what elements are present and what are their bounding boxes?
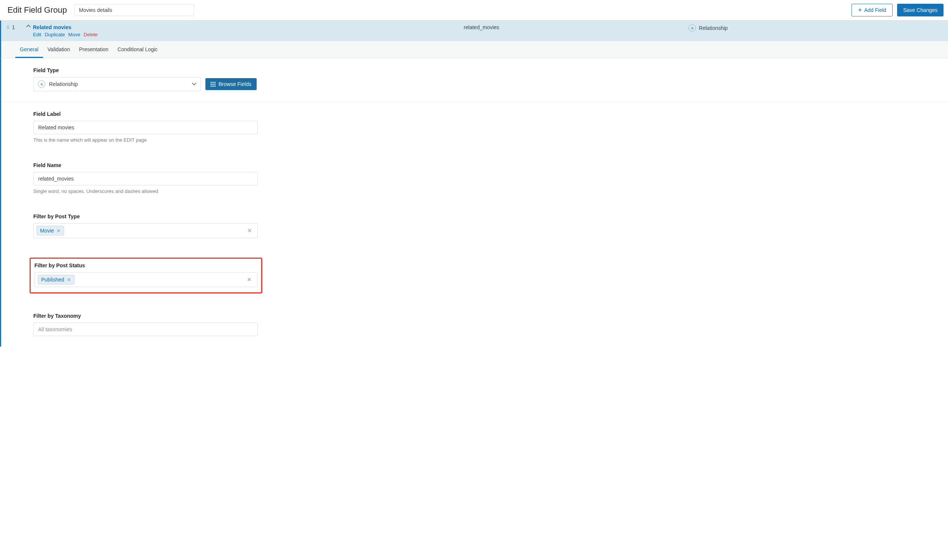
field-settings-tabs: General Validation Presentation Conditio… — [0, 41, 948, 58]
field-type-label: Field Type — [33, 67, 295, 73]
clear-select-icon[interactable]: ✕ — [245, 227, 254, 234]
filter-taxonomy-placeholder: All taxonomies — [37, 325, 74, 334]
chevron-up-icon — [26, 24, 31, 27]
tab-general[interactable]: General — [15, 41, 43, 58]
field-row: ⠿ 1 Related movies Edit Duplicate Move D… — [0, 20, 948, 41]
field-duplicate-link[interactable]: Duplicate — [45, 32, 65, 37]
add-field-button[interactable]: Add Field — [851, 4, 893, 17]
chevron-down-icon — [192, 83, 196, 86]
filter-taxonomy-label: Filter by Taxonomy — [33, 313, 295, 319]
field-name-readonly: related_movies — [464, 24, 688, 30]
field-name-input[interactable] — [33, 172, 258, 185]
field-delete-link[interactable]: Delete — [83, 32, 98, 37]
tab-presentation[interactable]: Presentation — [74, 41, 113, 58]
remove-tag-icon[interactable]: ✕ — [67, 277, 71, 283]
filter-post-type-select[interactable]: Movie ✕ ✕ — [33, 223, 258, 238]
remove-tag-icon[interactable]: ✕ — [57, 228, 61, 234]
filter-taxonomy-select[interactable]: All taxonomies — [33, 323, 258, 336]
section-field-label: Field Label This is the name which will … — [1, 102, 948, 153]
add-field-label: Add Field — [864, 7, 886, 13]
field-label-label: Field Label — [33, 111, 295, 117]
field-label-helper: This is the name which will appear on th… — [33, 137, 295, 143]
tab-conditional-logic[interactable]: Conditional Logic — [113, 41, 162, 58]
save-changes-button[interactable]: Save Changes — [897, 4, 943, 17]
group-name-input[interactable] — [74, 4, 194, 16]
field-title-link[interactable]: Related movies — [33, 24, 464, 30]
field-type-select[interactable]: Relationship — [33, 77, 201, 91]
field-label-input[interactable] — [33, 121, 258, 134]
section-filter-post-type: Filter by Post Type Movie ✕ ✕ — [1, 205, 948, 249]
grid-icon — [211, 82, 216, 87]
field-index: 1 — [12, 24, 23, 30]
section-filter-taxonomy: Filter by Taxonomy All taxonomies — [1, 304, 948, 346]
filter-post-status-select[interactable]: Published ✕ ✕ — [34, 272, 257, 287]
field-move-link[interactable]: Move — [68, 32, 80, 37]
section-field-name: Field Name Single word, no spaces. Under… — [1, 153, 948, 205]
page-title: Edit Field Group — [5, 3, 70, 17]
tab-validation[interactable]: Validation — [43, 41, 74, 58]
field-actions: Edit Duplicate Move Delete — [33, 32, 464, 37]
collapse-toggle[interactable] — [23, 24, 31, 28]
page-header: Edit Field Group Add Field Save Changes — [0, 0, 948, 20]
section-filter-post-status: Filter by Post Status Published ✕ ✕ — [1, 249, 948, 304]
filter-post-type-label: Filter by Post Type — [33, 214, 295, 220]
highlight-annotation: Filter by Post Status Published ✕ ✕ — [29, 258, 262, 294]
relationship-icon — [38, 80, 45, 88]
relationship-icon — [688, 24, 696, 32]
section-field-type: Field Type Relationship — [1, 58, 948, 102]
field-name-label: Field Name — [33, 162, 295, 168]
drag-handle-icon[interactable]: ⠿ — [6, 24, 9, 30]
filter-post-status-label: Filter by Post Status — [34, 262, 257, 268]
plus-icon — [858, 7, 862, 14]
field-name-helper: Single word, no spaces. Underscores and … — [33, 188, 295, 194]
field-edit-link[interactable]: Edit — [33, 32, 41, 37]
field-type-readonly: Relationship — [688, 24, 728, 32]
tag-post-type: Movie ✕ — [37, 226, 64, 235]
tag-post-status: Published ✕ — [38, 275, 74, 285]
browse-fields-button[interactable]: Browse Fields — [205, 78, 257, 90]
clear-select-icon[interactable]: ✕ — [245, 276, 254, 283]
